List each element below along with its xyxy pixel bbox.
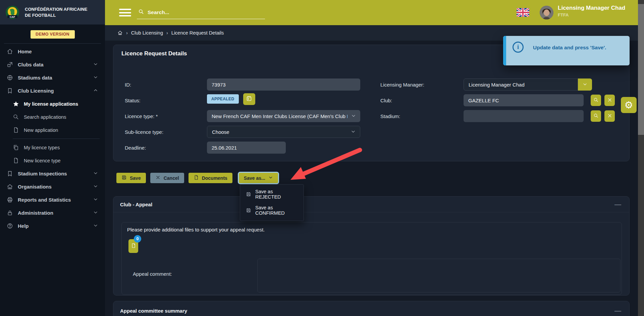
collapse-icon[interactable]: —	[614, 201, 621, 208]
club-search-button[interactable]	[591, 95, 601, 106]
sidebar-item-stadium-inspections[interactable]: Stadium Inspections	[0, 167, 105, 180]
menu-item-save-as-confirmed[interactable]: Save as CONFIRMED	[240, 202, 304, 218]
appeal-comment-label: Appeal comment:	[133, 271, 172, 277]
section-title: Appeal committee summary	[120, 308, 187, 314]
deadline-input[interactable]	[207, 142, 286, 154]
user-info[interactable]: Licensing Manager Chad FTFA	[558, 5, 625, 17]
sub-licence-type-select[interactable]: Choose	[207, 126, 360, 138]
save-icon	[121, 175, 127, 181]
scrollbar-thumb[interactable]	[638, 4, 644, 135]
sidebar-item-organisations[interactable]: Organisations	[0, 180, 105, 193]
search-icon	[593, 113, 599, 119]
globe-icon	[7, 74, 13, 81]
search-box	[137, 7, 265, 19]
chevron-down-icon	[582, 82, 588, 88]
chevron-down-icon	[93, 197, 98, 203]
star-icon	[13, 101, 19, 107]
printer-icon	[7, 197, 13, 203]
appeal-comment-textarea[interactable]	[257, 259, 621, 293]
toast-message: Update data and press 'Save'.	[533, 45, 606, 51]
avatar[interactable]	[540, 6, 553, 19]
licence-type-select[interactable]: New French CAF Men Inter Clubs License (…	[207, 110, 360, 122]
club-clear-button[interactable]	[604, 95, 615, 106]
chevron-down-icon	[93, 61, 98, 68]
stadium-input[interactable]	[464, 110, 584, 122]
licensing-manager-dropdown-button[interactable]	[578, 78, 592, 91]
close-icon	[607, 113, 612, 119]
sidebar-item-new-application[interactable]: New application	[0, 123, 105, 137]
home-icon	[7, 48, 13, 55]
stadium-clear-button[interactable]	[604, 110, 615, 122]
bookmark-icon	[7, 170, 13, 177]
sidebar-item-administration[interactable]: Administration	[0, 206, 105, 219]
sidebar-item-help[interactable]: Help	[0, 219, 105, 232]
org-header: CAF CONFÉDÉRATION AFRICAINE DE FOOTBALL	[0, 0, 105, 24]
sub-licence-type-label: Sub-licence type:	[125, 129, 163, 135]
licensing-manager-select[interactable]: Licensing Manager Chad	[464, 78, 578, 91]
sidebar-item-my-license-applications[interactable]: My license applications	[0, 97, 105, 110]
chevron-down-icon	[351, 129, 356, 135]
menu-item-save-as-rejected[interactable]: Save as REJECTED	[240, 186, 304, 202]
home-icon[interactable]	[117, 30, 123, 36]
chevron-up-icon	[93, 88, 98, 94]
settings-gear-button[interactable]: ⚙	[621, 97, 637, 113]
id-input[interactable]	[207, 78, 360, 91]
sidebar-item-search-applications[interactable]: Search applications	[0, 110, 105, 123]
cancel-button[interactable]: Cancel	[150, 173, 184, 183]
licensing-manager-label: Licensing Manager:	[380, 82, 424, 88]
club-input[interactable]	[464, 94, 584, 106]
demo-version-badge: DEMO VERSION	[31, 30, 75, 39]
chevron-down-icon	[93, 170, 98, 177]
building-icon	[7, 183, 13, 190]
stadium-search-button[interactable]	[591, 110, 601, 122]
save-button[interactable]: Save	[116, 173, 146, 183]
file-icon	[13, 157, 19, 164]
search-icon	[138, 9, 144, 16]
breadcrumb-separator: ›	[126, 30, 128, 36]
status-history-button[interactable]	[243, 93, 255, 105]
sidebar-divider	[4, 43, 101, 44]
clubs-data-icon	[7, 61, 13, 68]
close-icon	[607, 97, 612, 104]
breadcrumb-separator: ›	[166, 30, 168, 36]
hamburger-menu-icon[interactable]	[119, 9, 131, 16]
sidebar-item-home[interactable]: Home	[0, 45, 105, 58]
club-appeal-card: Club - Appeal — Please provide additiona…	[113, 196, 630, 296]
sidebar-item-stadiums-data[interactable]: Stadiums data	[0, 71, 105, 84]
status-badge: APPEALED	[207, 94, 239, 104]
sidebar-item-club-licensing[interactable]: Club Licensing	[0, 84, 105, 97]
search-icon	[13, 114, 19, 120]
appeal-committee-summary-card: Appeal committee summary —	[113, 301, 630, 316]
chevron-down-icon	[351, 113, 356, 119]
chevron-down-icon	[268, 175, 273, 181]
chevron-down-icon	[93, 74, 98, 81]
language-flag-icon[interactable]	[517, 8, 529, 17]
club-label: Club:	[380, 98, 392, 103]
org-name: CONFÉDÉRATION AFRICAINE DE FOOTBALL	[25, 6, 92, 18]
licence-type-label: Licence type: *	[125, 113, 158, 119]
save-icon	[246, 208, 251, 213]
breadcrumb-club-licensing[interactable]: Club Licensing	[131, 30, 163, 36]
sidebar-item-clubs-data[interactable]: Clubs data	[0, 58, 105, 71]
scrollbar[interactable]	[638, 0, 644, 316]
club-appeal-header: Club - Appeal —	[113, 197, 629, 212]
deadline-label: Deadline:	[125, 145, 146, 151]
chevron-down-icon	[93, 183, 98, 190]
save-as-menu: Save as REJECTED Save as CONFIRMED	[240, 184, 304, 221]
caf-logo: CAF	[5, 5, 19, 19]
file-count-badge: 0	[134, 235, 141, 243]
stadium-label: Stadium:	[380, 113, 400, 119]
sidebar-item-new-licence-type[interactable]: New licence type	[0, 154, 105, 167]
info-toast[interactable]: i Update data and press 'Save'.	[503, 36, 630, 65]
bookmark-icon	[7, 88, 13, 94]
chevron-down-icon	[93, 210, 98, 216]
save-as-button[interactable]: Save as...	[239, 173, 278, 183]
sidebar-item-my-licence-types[interactable]: My licence types	[0, 141, 105, 154]
gear-icon: ⚙	[625, 99, 633, 111]
chevron-down-icon	[93, 223, 98, 229]
action-bar: Save Cancel Documents Save as...	[116, 173, 278, 183]
search-input[interactable]	[148, 9, 248, 15]
sidebar-item-reports-statistics[interactable]: Reports and Statistics	[0, 193, 105, 206]
documents-button[interactable]: Documents	[189, 173, 232, 183]
collapse-icon[interactable]: —	[614, 307, 621, 314]
